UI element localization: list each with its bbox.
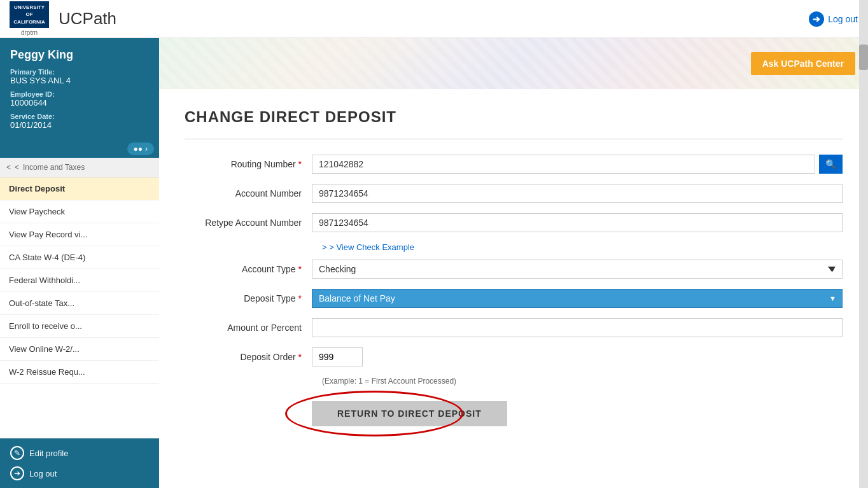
deposit-order-input[interactable]: [312, 347, 363, 366]
breadcrumb-back1[interactable]: <: [6, 163, 11, 172]
user-name: Peggy King: [10, 48, 149, 62]
sidebar-logout-link[interactable]: ➔ Log out: [10, 466, 149, 480]
primary-title-label: Primary Title:: [10, 68, 149, 76]
nav-breadcrumb: < < Income and Taxes: [0, 158, 159, 178]
deposit-order-input-wrap: [312, 347, 843, 366]
account-number-row: Account Number: [185, 184, 843, 203]
header-right: ➔ Log out: [809, 11, 858, 27]
deposit-order-row: Deposit Order *: [185, 347, 843, 366]
retype-account-label: Retype Account Number: [185, 218, 312, 228]
retype-account-input[interactable]: [312, 213, 843, 232]
nav-section: < < Income and Taxes Direct Deposit View…: [0, 158, 159, 438]
form-area: CHANGE DIRECT DEPOSIT Routing Number * 🔍…: [159, 89, 868, 445]
deposit-type-select[interactable]: Balance of Net Pay Fixed Amount Percent: [312, 289, 843, 308]
page-title: CHANGE DIRECT DEPOSIT: [185, 108, 843, 126]
sidebar-logout-icon: ➔: [10, 466, 24, 480]
routing-number-search-button[interactable]: 🔍: [819, 155, 843, 174]
deposit-order-label: Deposit Order *: [185, 352, 312, 362]
scrollbar-top[interactable]: [859, 0, 868, 38]
routing-number-row: Routing Number * 🔍: [185, 155, 843, 174]
banner: Ask UCPath Center: [159, 38, 868, 89]
account-type-select[interactable]: Checking Savings: [312, 260, 843, 279]
sidebar-item-direct-deposit[interactable]: Direct Deposit: [0, 178, 159, 200]
logout-button[interactable]: ➔ Log out: [809, 11, 858, 27]
scrollbar-thumb[interactable]: [859, 45, 868, 70]
routing-number-input[interactable]: [312, 155, 815, 174]
account-number-input[interactable]: [312, 184, 843, 203]
account-number-label: Account Number: [185, 188, 312, 199]
breadcrumb-income-taxes[interactable]: Income and Taxes: [23, 163, 85, 172]
account-number-input-wrap: [312, 184, 843, 203]
sidebar: Peggy King Primary Title: BUS SYS ANL 4 …: [0, 38, 159, 488]
retype-account-row: Retype Account Number: [185, 213, 843, 232]
service-date-label: Service Date:: [10, 113, 149, 120]
app-title: UCPath: [59, 9, 116, 29]
user-info: Peggy King Primary Title: BUS SYS ANL 4 …: [0, 38, 159, 140]
deposit-type-input-wrap: Balance of Net Pay Fixed Amount Percent: [312, 289, 843, 308]
sidebar-item-w2-reissue[interactable]: W-2 Reissue Requ...: [0, 361, 159, 384]
account-type-input-wrap: Checking Savings: [312, 260, 843, 279]
logo-area: UNIVERSITY OF CALIFORNIA drptrn UCPath: [10, 1, 116, 36]
sidebar-item-federal-withholding[interactable]: Federal Withholdi...: [0, 269, 159, 292]
main-content: Ask UCPath Center CHANGE DIRECT DEPOSIT …: [159, 38, 868, 488]
uc-logo: UNIVERSITY OF CALIFORNIA drptrn: [10, 1, 48, 36]
button-area: RETURN TO DIRECT DEPOSIT: [185, 401, 843, 426]
deposit-order-hint: (Example: 1 = First Account Processed): [322, 377, 843, 386]
amount-percent-input[interactable]: [312, 318, 843, 337]
sidebar-item-view-pay-record[interactable]: View Pay Record vi...: [0, 223, 159, 246]
amount-percent-row: Amount or Percent: [185, 318, 843, 337]
retype-account-input-wrap: [312, 213, 843, 232]
sidebar-item-view-online-w2[interactable]: View Online W-2/...: [0, 338, 159, 361]
sidebar-item-view-paycheck[interactable]: View Paycheck: [0, 200, 159, 223]
sidebar-item-out-of-state-tax[interactable]: Out-of-state Tax...: [0, 292, 159, 315]
sidebar-item-enroll-receive[interactable]: Enroll to receive o...: [0, 315, 159, 338]
edit-profile-icon: ✎: [10, 446, 24, 460]
scrollbar-right[interactable]: [859, 38, 868, 488]
sidebar-collapse-toggle[interactable]: ●● ›: [127, 143, 155, 155]
deposit-type-row: Deposit Type * Balance of Net Pay Fixed …: [185, 289, 843, 308]
employee-id-value: 10000644: [10, 98, 149, 108]
sidebar-bottom: ✎ Edit profile ➔ Log out: [0, 438, 159, 488]
sidebar-item-ca-state-w4[interactable]: CA State W-4 (DE-4): [0, 246, 159, 269]
account-type-select-wrapper: Checking Savings: [312, 260, 843, 279]
amount-percent-label: Amount or Percent: [185, 323, 312, 333]
primary-title-value: BUS SYS ANL 4: [10, 76, 149, 85]
logo-drptrn: drptrn: [21, 29, 38, 36]
breadcrumb-back2[interactable]: <: [15, 163, 19, 172]
return-to-direct-deposit-button[interactable]: RETURN TO DIRECT DEPOSIT: [312, 401, 507, 426]
view-check-example-link[interactable]: > View Check Example: [322, 242, 843, 252]
form-divider: [185, 139, 843, 139]
logout-icon: ➔: [809, 11, 824, 27]
deposit-type-select-wrapper: Balance of Net Pay Fixed Amount Percent: [312, 289, 843, 308]
employee-id-label: Employee ID:: [10, 90, 149, 98]
account-type-label: Account Type *: [185, 264, 312, 274]
service-date-value: 01/01/2014: [10, 120, 149, 130]
account-type-row: Account Type * Checking Savings: [185, 260, 843, 279]
edit-profile-link[interactable]: ✎ Edit profile: [10, 446, 149, 460]
header: UNIVERSITY OF CALIFORNIA drptrn UCPath ➔…: [0, 0, 868, 38]
routing-number-label: Routing Number *: [185, 159, 312, 169]
amount-percent-input-wrap: [312, 318, 843, 337]
deposit-type-label: Deposit Type *: [185, 293, 312, 303]
ask-ucpath-button[interactable]: Ask UCPath Center: [751, 52, 855, 75]
sidebar-toggle-area: ●● ›: [0, 140, 159, 158]
routing-number-input-wrap: 🔍: [312, 155, 843, 174]
